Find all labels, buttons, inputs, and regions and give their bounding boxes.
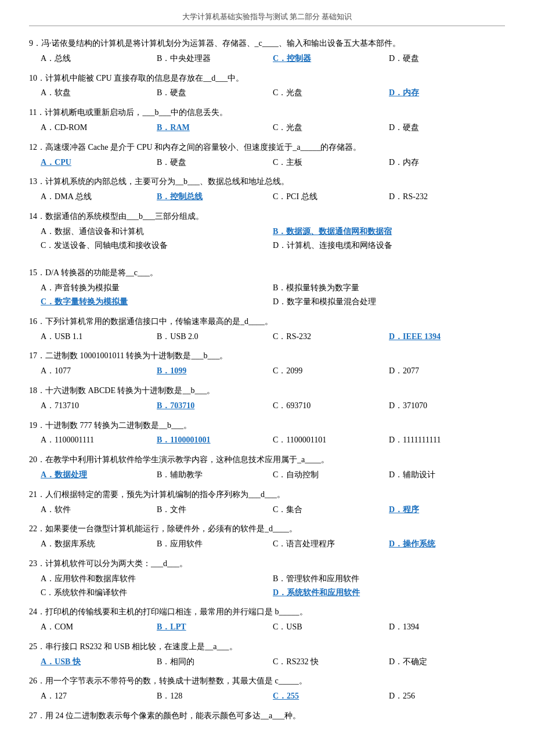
question-24: 24．打印机的传输线要和主机的打印端口相连，最常用的并行端口是 b_____。A… <box>29 605 505 634</box>
option-23-1: B．管理软件和应用软件 <box>273 572 505 586</box>
option-18-2: C．693710 <box>273 399 389 413</box>
option-14-0: A．数据、通信设备和计算机 <box>41 225 273 239</box>
question-text-24: 24．打印机的传输线要和主机的打印端口相连，最常用的并行端口是 b_____。 <box>29 605 505 619</box>
question-text-16: 16．下列计算机常用的数据通信接口中，传输速率最高的是_d____。 <box>29 315 505 329</box>
option-16-3: D．IEEE 1394 <box>389 330 505 344</box>
question-25: 25．串行接口 RS232 和 USB 相比较，在速度上是__a___。A．US… <box>29 640 505 669</box>
option-15-3: D．数字量和模拟量混合处理 <box>273 295 505 309</box>
option-13-2: C．PCI 总线 <box>273 190 389 204</box>
option-19-1: B．1100001001 <box>157 433 273 447</box>
option-24-0: A．COM <box>41 620 157 634</box>
question-text-19: 19．十进制数 777 转换为二进制数是__b___。 <box>29 419 505 433</box>
option-25-1: B．相同的 <box>157 655 273 669</box>
question-23: 23．计算机软件可以分为两大类：___d___。A．应用软件和数据库软件B．管理… <box>29 557 505 599</box>
option-26-1: B．128 <box>157 689 273 703</box>
option-16-2: C．RS-232 <box>273 330 389 344</box>
question-26: 26．用一个字节表示不带符号的数，转换成十进制整数，其最大值是 c_____。A… <box>29 674 505 703</box>
question-text-15: 15．D/A 转换器的功能是将__c___。 <box>29 266 505 280</box>
option-22-2: C．语言处理程序 <box>273 537 389 551</box>
option-19-0: A．1100001111 <box>41 433 157 447</box>
option-17-2: C．2099 <box>273 364 389 378</box>
option-9-1: B．中央处理器 <box>157 52 273 66</box>
option-11-2: C．光盘 <box>273 121 389 135</box>
option-17-1: B．1099 <box>157 364 273 378</box>
question-15: 15．D/A 转换器的功能是将__c___。A．声音转换为模拟量B．模拟量转换为… <box>29 266 505 308</box>
option-18-1: B．703710 <box>157 399 273 413</box>
option-16-0: A．USB 1.1 <box>41 330 157 344</box>
option-15-2: C．数字量转换为模拟量 <box>41 295 273 309</box>
option-23-0: A．应用软件和数据库软件 <box>41 572 273 586</box>
option-25-0: A．USB 快 <box>41 655 157 669</box>
question-text-20: 20．在教学中利用计算机软件给学生演示教学内容，这种信息技术应用属于_a____… <box>29 453 505 467</box>
option-19-3: D．1111111111 <box>389 433 505 447</box>
question-text-9: 9．冯·诺依曼结构的计算机是将计算机划分为运算器、存储器、_c____、输入和输… <box>29 37 505 51</box>
question-text-17: 17．二进制数 10001001011 转换为十进制数是___b___。 <box>29 349 505 363</box>
option-26-0: A．127 <box>41 689 157 703</box>
option-13-3: D．RS-232 <box>389 190 505 204</box>
option-23-2: C．系统软件和编译软件 <box>41 586 273 600</box>
option-10-2: C．光盘 <box>273 86 389 100</box>
option-12-0: A．CPU <box>41 156 157 170</box>
question-text-11: 11．计算机断电或重新启动后，___b___中的信息丢失。 <box>29 106 505 120</box>
option-12-1: B．硬盘 <box>157 156 273 170</box>
option-24-3: D．1394 <box>389 620 505 634</box>
header-text: 大学计算机基础实验指导与测试 第二部分 基础知识 <box>182 12 352 21</box>
question-22: 22．如果要使一台微型计算机能运行，除硬件外，必须有的软件是_d____。A．数… <box>29 522 505 551</box>
question-text-26: 26．用一个字节表示不带符号的数，转换成十进制整数，其最大值是 c_____。 <box>29 674 505 688</box>
option-14-2: C．发送设备、同轴电缆和接收设备 <box>41 239 273 253</box>
question-13: 13．计算机系统的内部总线，主要可分为__b___、数据总线和地址总线。A．DM… <box>29 175 505 204</box>
option-17-0: A．1077 <box>41 364 157 378</box>
option-14-3: D．计算机、连接电缆和网络设备 <box>273 239 505 253</box>
question-14: 14．数据通信的系统模型由___b___三部分组成。A．数据、通信设备和计算机B… <box>29 210 505 252</box>
option-12-3: D．内存 <box>389 156 505 170</box>
question-text-12: 12．高速缓冲器 Cache 是介于 CPU 和内存之间的容量较小、但速度接近于… <box>29 141 505 154</box>
question-text-27: 27．用 24 位二进制数表示每个像素的颜色时，能表示颜色可多达__a___种。 <box>29 709 505 723</box>
option-22-1: B．应用软件 <box>157 537 273 551</box>
question-16: 16．下列计算机常用的数据通信接口中，传输速率最高的是_d____。A．USB … <box>29 315 505 344</box>
option-10-1: B．硬盘 <box>157 86 273 100</box>
option-13-1: B．控制总线 <box>157 190 273 204</box>
question-19: 19．十进制数 777 转换为二进制数是__b___。A．1100001111B… <box>29 419 505 448</box>
option-25-2: C．RS232 快 <box>273 655 389 669</box>
option-20-2: C．自动控制 <box>273 468 389 482</box>
option-21-0: A．软件 <box>41 503 157 517</box>
option-26-2: C．255 <box>273 689 389 703</box>
question-text-22: 22．如果要使一台微型计算机能运行，除硬件外，必须有的软件是_d____。 <box>29 522 505 536</box>
option-26-3: D．256 <box>389 689 505 703</box>
question-9: 9．冯·诺依曼结构的计算机是将计算机划分为运算器、存储器、_c____、输入和输… <box>29 37 505 66</box>
option-15-0: A．声音转换为模拟量 <box>41 281 273 295</box>
option-22-3: D．操作系统 <box>389 537 505 551</box>
option-20-1: B．辅助教学 <box>157 468 273 482</box>
question-text-14: 14．数据通信的系统模型由___b___三部分组成。 <box>29 210 505 224</box>
question-17: 17．二进制数 10001001011 转换为十进制数是___b___。A．10… <box>29 349 505 378</box>
option-10-0: A．软盘 <box>41 86 157 100</box>
option-20-3: D．辅助设计 <box>389 468 505 482</box>
question-text-18: 18．十六进制数 ABCDE 转换为十进制数是__b___。 <box>29 384 505 398</box>
option-14-1: B．数据源、数据通信网和数据宿 <box>273 225 505 239</box>
option-13-0: A．DMA 总线 <box>41 190 157 204</box>
option-22-0: A．数据库系统 <box>41 537 157 551</box>
question-12: 12．高速缓冲器 Cache 是介于 CPU 和内存之间的容量较小、但速度接近于… <box>29 141 505 170</box>
option-25-3: D．不确定 <box>389 655 505 669</box>
option-19-2: C．1100001101 <box>273 433 389 447</box>
question-21: 21．人们根据特定的需要，预先为计算机编制的指令序列称为___d___。A．软件… <box>29 488 505 517</box>
option-11-0: A．CD-ROM <box>41 121 157 135</box>
option-24-1: B．LPT <box>157 620 273 634</box>
option-15-1: B．模拟量转换为数字量 <box>273 281 505 295</box>
question-text-13: 13．计算机系统的内部总线，主要可分为__b___、数据总线和地址总线。 <box>29 175 505 189</box>
question-11: 11．计算机断电或重新启动后，___b___中的信息丢失。A．CD-ROMB．R… <box>29 106 505 135</box>
question-text-25: 25．串行接口 RS232 和 USB 相比较，在速度上是__a___。 <box>29 640 505 654</box>
option-16-1: B．USB 2.0 <box>157 330 273 344</box>
page-header: 大学计算机基础实验指导与测试 第二部分 基础知识 <box>29 12 505 26</box>
option-24-2: C．USB <box>273 620 389 634</box>
option-11-1: B．RAM <box>157 121 273 135</box>
question-text-10: 10．计算机中能被 CPU 直接存取的信息是存放在__d___中。 <box>29 71 505 85</box>
question-27: 27．用 24 位二进制数表示每个像素的颜色时，能表示颜色可多达__a___种。 <box>29 709 505 723</box>
question-18: 18．十六进制数 ABCDE 转换为十进制数是__b___。A．713710B．… <box>29 384 505 413</box>
option-21-2: C．集合 <box>273 503 389 517</box>
question-text-23: 23．计算机软件可以分为两大类：___d___。 <box>29 557 505 571</box>
option-9-0: A．总线 <box>41 52 157 66</box>
option-18-0: A．713710 <box>41 399 157 413</box>
option-21-1: B．文件 <box>157 503 273 517</box>
option-10-3: D．内存 <box>389 86 505 100</box>
